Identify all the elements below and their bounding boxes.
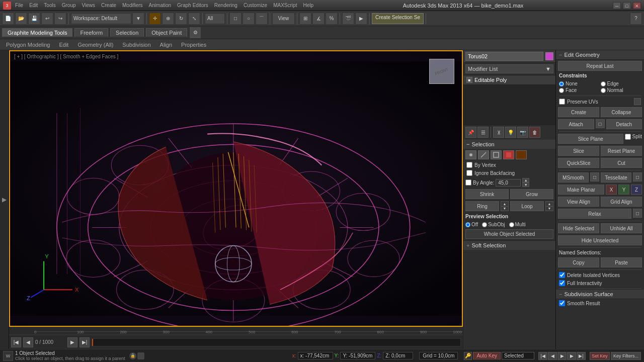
- select-tool[interactable]: ✛: [149, 13, 161, 25]
- unhide-all-button[interactable]: Unhide All: [601, 223, 642, 233]
- menu-create[interactable]: Create: [101, 3, 116, 8]
- set-key-button[interactable]: Set Key: [590, 352, 610, 360]
- play-button[interactable]: ▶: [557, 352, 567, 360]
- subtab-properties[interactable]: Properties: [177, 41, 210, 48]
- angle-down[interactable]: ▼: [522, 183, 529, 187]
- left-expand-arrow[interactable]: ▶: [0, 50, 9, 349]
- camera-icon[interactable]: 📷: [517, 127, 528, 138]
- element-icon[interactable]: [516, 150, 527, 159]
- reset-plane-button[interactable]: Reset Plane: [601, 146, 642, 156]
- subtab-polygon-modeling[interactable]: Polygon Modeling: [2, 41, 54, 48]
- attach-button[interactable]: Attach: [558, 119, 594, 129]
- attach-options-button[interactable]: □: [596, 119, 605, 128]
- navigation-cube[interactable]: FRONT: [427, 56, 457, 86]
- render-setup[interactable]: 🎬: [342, 13, 354, 25]
- soft-selection-bar[interactable]: + Soft Selection: [463, 240, 555, 250]
- timeline-next-frame[interactable]: ▶: [67, 337, 77, 347]
- msmooth-button[interactable]: MSmooth: [558, 172, 589, 183]
- menu-animation[interactable]: Animation: [149, 3, 171, 8]
- slice-plane-button[interactable]: Slice Plane: [558, 134, 623, 144]
- none-radio[interactable]: [559, 81, 564, 86]
- hide-selected-button[interactable]: Hide Selected: [558, 223, 599, 233]
- subtab-edit[interactable]: Edit: [55, 41, 72, 48]
- timeline-start[interactable]: |◀: [11, 337, 21, 347]
- delete-isolated-checkbox[interactable]: [559, 272, 565, 278]
- split-checkbox[interactable]: [625, 134, 631, 140]
- loop-spinner[interactable]: ▲ ▼: [545, 201, 553, 211]
- angle-spinner[interactable]: ▲ ▼: [522, 178, 529, 187]
- menu-customize[interactable]: Customize: [244, 3, 267, 8]
- edge-icon[interactable]: [478, 150, 489, 159]
- menu-group[interactable]: Group: [62, 3, 76, 8]
- scale-tool[interactable]: ⤡: [188, 13, 200, 25]
- render-btn[interactable]: ▶: [355, 13, 367, 25]
- subdivision-header[interactable]: − Subdivision Surface: [556, 290, 644, 299]
- funnel-icon[interactable]: ⊻: [493, 127, 504, 138]
- none-option[interactable]: None: [559, 81, 600, 86]
- timeline-prev-frame[interactable]: ◀: [23, 337, 33, 347]
- close-button[interactable]: ✕: [633, 2, 641, 9]
- preview-multi-radio[interactable]: [509, 222, 514, 227]
- grow-button[interactable]: Grow: [510, 189, 553, 199]
- y-button[interactable]: Y: [618, 185, 629, 195]
- quickslice-button[interactable]: QuickSlice: [558, 158, 599, 168]
- subtab-align[interactable]: Align: [156, 41, 176, 48]
- redo-button[interactable]: ↪: [54, 13, 66, 25]
- pin-stack-icon[interactable]: 📌: [465, 127, 476, 138]
- face-radio[interactable]: [559, 88, 564, 93]
- slice-button[interactable]: Slice: [558, 146, 599, 156]
- menu-modifiers[interactable]: Modifiers: [122, 3, 143, 8]
- by-vertex-checkbox[interactable]: [466, 162, 472, 168]
- move-tool[interactable]: ⊕: [162, 13, 174, 25]
- tab-selection[interactable]: Selection: [110, 28, 144, 37]
- select-rect[interactable]: □: [229, 13, 242, 25]
- z-coord[interactable]: Z: 0,0cm: [383, 352, 413, 359]
- snap-icon[interactable]: [137, 352, 144, 359]
- timeline-track[interactable]: [92, 338, 461, 346]
- subtab-subdivision[interactable]: Subdivision: [118, 41, 154, 48]
- view-align-button[interactable]: View Align: [558, 197, 599, 207]
- z-button[interactable]: Z: [631, 185, 642, 195]
- collapse-button[interactable]: Collapse: [601, 107, 642, 117]
- menu-maxscript[interactable]: MAXScript: [273, 3, 297, 8]
- auto-key-button[interactable]: Auto Key: [473, 352, 501, 359]
- all-filter[interactable]: All: [205, 13, 225, 24]
- angle-snap[interactable]: ∡: [312, 13, 325, 25]
- preview-off-option[interactable]: Off: [465, 222, 478, 227]
- delete-mod-icon[interactable]: 🗑: [529, 127, 540, 138]
- next-key-button[interactable]: ▶: [567, 352, 576, 360]
- hide-unselected-button[interactable]: Hide Unselected: [558, 235, 642, 245]
- go-end-button[interactable]: ▶|: [577, 352, 586, 360]
- minimize-button[interactable]: ─: [613, 2, 621, 9]
- go-start-button[interactable]: |◀: [538, 352, 547, 360]
- tab-object-paint[interactable]: Object Paint: [146, 28, 187, 37]
- full-interactivity-checkbox[interactable]: [559, 280, 565, 286]
- x-button[interactable]: X: [606, 185, 617, 195]
- relax-button[interactable]: Relax: [558, 209, 631, 219]
- loop-button[interactable]: Loop: [510, 201, 544, 211]
- welcome-icon[interactable]: W: [3, 351, 13, 361]
- tessellate-sq[interactable]: □: [633, 172, 642, 182]
- y-coord[interactable]: Y: -51,909cm: [340, 352, 375, 359]
- smooth-result-checkbox[interactable]: [559, 300, 565, 306]
- preview-subobj-option[interactable]: SubObj: [482, 222, 505, 227]
- grid-align-button[interactable]: Grid Align: [601, 197, 642, 207]
- repeat-last-button[interactable]: Repeat Last: [558, 61, 642, 71]
- vertex-icon[interactable]: [465, 150, 476, 159]
- object-color-swatch[interactable]: [545, 52, 553, 60]
- view-dropdown[interactable]: View: [272, 13, 295, 25]
- normal-radio[interactable]: [601, 88, 606, 93]
- x-coord[interactable]: x: -77,542cm: [298, 352, 333, 359]
- angle-up[interactable]: ▲: [522, 178, 529, 183]
- tessellate-button[interactable]: Tessellate: [601, 172, 631, 183]
- save-button[interactable]: 💾: [28, 13, 40, 25]
- modifier-list-dropdown[interactable]: Modifier List▼: [465, 64, 553, 73]
- viewport[interactable]: [ + ] [ Orthographic ] [ Smooth + Edged …: [9, 50, 463, 327]
- edge-radio[interactable]: [601, 81, 606, 86]
- by-angle-checkbox[interactable]: [465, 179, 471, 186]
- edge-option[interactable]: Edge: [601, 81, 641, 86]
- rotate-tool[interactable]: ↻: [175, 13, 187, 25]
- snap-toggle[interactable]: ⊞: [299, 13, 311, 25]
- cut-button[interactable]: Cut: [601, 158, 642, 168]
- preview-off-radio[interactable]: [465, 222, 470, 227]
